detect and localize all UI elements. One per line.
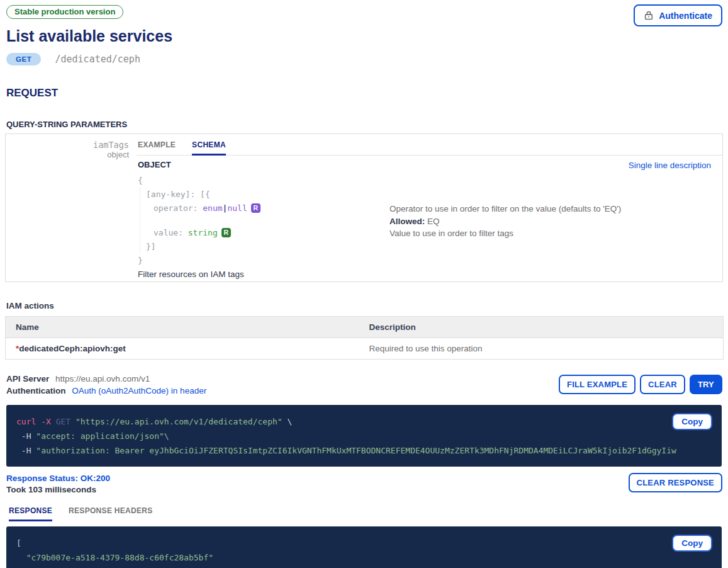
required-badge-value: R [221,228,231,237]
copy-response-button[interactable]: Copy [672,535,712,552]
value-description: Value to use in order to filter tags [389,229,704,238]
column-header-description: Description [359,317,724,338]
request-section-title: REQUEST [6,87,722,99]
param-label-column: iamTags object [6,134,137,281]
operator-type-enum: enum [203,203,222,213]
tab-example[interactable]: EXAMPLE [138,134,176,155]
lock-icon [644,10,654,21]
clear-response-button[interactable]: CLEAR RESPONSE [629,473,722,492]
param-type: object [6,150,129,159]
fill-example-button[interactable]: FILL EXAMPLE [559,375,636,394]
iam-actions-title: IAM actions [6,301,722,310]
authenticate-label: Authenticate [659,11,712,21]
clear-button[interactable]: CLEAR [640,375,685,394]
param-description: Filter resources on IAM tags [138,270,244,279]
column-header-name: Name [6,317,359,338]
curl-command: curl -X GET "https://eu.api.ovh.com/v1/d… [16,414,712,458]
authenticate-button[interactable]: Authenticate [634,4,722,26]
iam-action-name: dedicatedCeph:apiovh:get [19,344,126,353]
single-line-description-link[interactable]: Single line description [629,161,711,170]
response-duration: Took 103 milliseconds [6,484,722,496]
schema-close-bracket: }] [146,240,712,254]
curl-code-block: Copy curl -X GET "https://eu.api.ovh.com… [6,405,722,467]
param-name: iamTags [6,140,129,150]
tab-response-headers[interactable]: RESPONSE HEADERS [69,506,153,521]
version-badge: Stable production version [6,5,123,19]
response-body-block: Copy [ "c79b007e-a518-4379-88d8-c60fc28a… [6,526,722,568]
iam-action-description: Required to use this operation [359,338,724,360]
page-header: Stable production version Authenticate L… [0,0,728,65]
authentication-link[interactable]: OAuth (oAuth2AuthCode) in header [72,386,206,395]
tab-schema[interactable]: SCHEMA [192,134,226,156]
api-info-section: API Server https://eu.api.ovh.com/v1 Aut… [6,373,722,399]
table-row: *dedicatedCeph:apiovh:get Required to us… [6,338,724,360]
param-tabs: EXAMPLE SCHEMA [137,134,722,156]
response-status-section: Response Status: OK:200 Took 103 millise… [6,473,722,496]
response-status: Response Status: OK:200 [6,473,722,484]
operator-type-null: null [227,203,247,213]
response-body: [ "c79b007e-a518-4379-88d8-c60fc28ab5bf"… [16,536,712,568]
http-method-badge: GET [6,53,41,65]
api-server-value: https://eu.api.ovh.com/v1 [55,374,150,383]
schema-object-label: OBJECT [138,160,712,169]
authentication-label: Authentication [6,386,66,395]
schema-close-brace: } [138,254,712,268]
schema-anykey-line: [any-key]: [{ [146,188,712,202]
operator-description: Operator to use in order to filter on th… [389,204,704,213]
required-badge-operator: R [251,203,260,213]
copy-curl-button[interactable]: Copy [672,413,712,430]
schema-panel: OBJECT Single line description { [any-ke… [137,156,722,283]
iam-actions-table: Name Description *dedicatedCeph:apiovh:g… [5,316,724,360]
api-server-label: API Server [6,374,49,383]
query-string-parameters-title: QUERY-STRING PARAMETERS [6,120,722,129]
schema-open-brace: { [138,174,712,188]
try-button[interactable]: TRY [690,375,722,394]
response-tabs: RESPONSE RESPONSE HEADERS [6,506,722,521]
param-iamtags-box: iamTags object EXAMPLE SCHEMA OBJECT Sin… [5,133,723,282]
endpoint-path: /dedicated/ceph [55,54,140,65]
operator-allowed-values: Allowed: EQ [389,217,704,226]
page-title: List available services [6,27,722,45]
value-type-string: string [188,228,218,237]
tab-response[interactable]: RESPONSE [9,506,52,521]
